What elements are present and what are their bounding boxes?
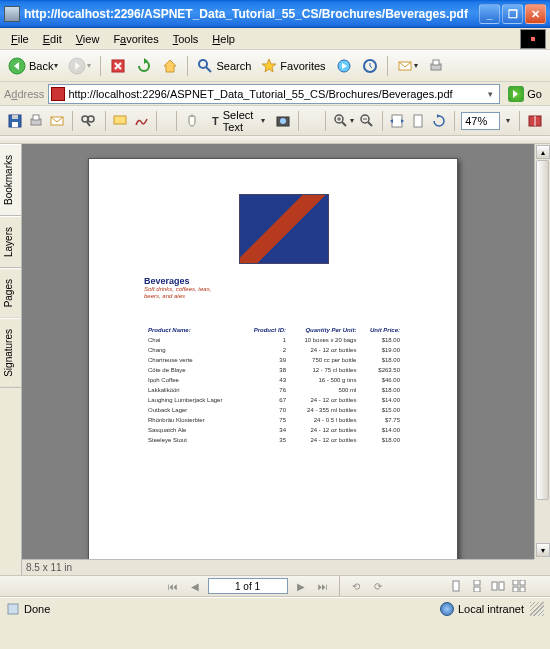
scrollbar-vertical[interactable]: ▴ ▾ bbox=[534, 144, 550, 559]
ebook-button[interactable] bbox=[526, 109, 544, 133]
pdf-search-button[interactable] bbox=[79, 109, 99, 133]
tab-pages[interactable]: Pages bbox=[0, 268, 21, 318]
fit-width-button[interactable] bbox=[388, 109, 406, 133]
address-input[interactable] bbox=[68, 88, 483, 100]
svg-rect-44 bbox=[8, 604, 18, 614]
scrollbar-horizontal[interactable]: 8.5 x 11 in bbox=[22, 559, 534, 575]
svg-rect-32 bbox=[414, 115, 422, 127]
mail-button[interactable]: ▾ bbox=[393, 55, 422, 77]
pdf-sign-button[interactable] bbox=[132, 109, 150, 133]
scroll-up-icon[interactable]: ▴ bbox=[536, 145, 550, 159]
minimize-button[interactable]: _ bbox=[479, 4, 500, 24]
svg-point-23 bbox=[280, 118, 286, 124]
favorites-button[interactable]: Favorites bbox=[257, 55, 329, 77]
svg-line-29 bbox=[368, 122, 372, 126]
home-button[interactable] bbox=[158, 55, 182, 77]
facing-button[interactable] bbox=[489, 578, 507, 594]
text-select-button[interactable]: T Select Text ▾ bbox=[204, 109, 271, 133]
col-header: Product Name: bbox=[146, 326, 242, 334]
zoom-field[interactable]: 47% bbox=[461, 112, 499, 130]
snapshot-tool-button[interactable] bbox=[274, 109, 292, 133]
chevron-down-icon[interactable]: ▾ bbox=[483, 89, 497, 99]
back-dropdown-icon[interactable]: ▾ bbox=[54, 61, 58, 70]
go-icon bbox=[508, 86, 524, 102]
menu-favorites[interactable]: Favorites bbox=[106, 31, 165, 47]
menu-edit[interactable]: Edit bbox=[36, 31, 69, 47]
next-page-button[interactable]: ▶ bbox=[292, 578, 310, 594]
svg-rect-14 bbox=[33, 115, 39, 120]
menu-tools[interactable]: Tools bbox=[166, 31, 206, 47]
continuous-facing-button[interactable] bbox=[510, 578, 528, 594]
address-box[interactable]: ▾ bbox=[48, 84, 500, 104]
status-bar: Done Local intranet bbox=[0, 597, 550, 619]
forward-view-button[interactable]: ⟳ bbox=[369, 578, 387, 594]
last-page-button[interactable]: ⏭ bbox=[314, 578, 332, 594]
table-row: Chartreuse verte39750 cc per bottle$18.0… bbox=[146, 356, 402, 364]
stop-button[interactable] bbox=[106, 55, 130, 77]
products-table: Product Name:Product ID:Quantity Per Uni… bbox=[144, 324, 404, 446]
pdf-save-button[interactable] bbox=[6, 109, 24, 133]
restore-button[interactable]: ❐ bbox=[502, 4, 523, 24]
search-button[interactable]: Search bbox=[193, 55, 255, 77]
svg-line-25 bbox=[342, 122, 346, 126]
hand-tool-button[interactable] bbox=[183, 109, 201, 133]
tab-layers[interactable]: Layers bbox=[0, 216, 21, 268]
status-text: Done bbox=[24, 603, 50, 615]
scroll-down-icon[interactable]: ▾ bbox=[536, 543, 550, 557]
media-button[interactable] bbox=[332, 55, 356, 77]
zoom-out-button[interactable] bbox=[358, 109, 376, 133]
fit-page-button[interactable] bbox=[409, 109, 427, 133]
app-icon bbox=[4, 6, 20, 22]
svg-rect-36 bbox=[474, 580, 480, 585]
table-row: Chai110 boxes x 20 bags$18.00 bbox=[146, 336, 402, 344]
prev-page-button[interactable]: ◀ bbox=[186, 578, 204, 594]
done-icon bbox=[6, 602, 20, 616]
menu-bar: File Edit View Favorites Tools Help bbox=[0, 28, 550, 50]
beverages-image bbox=[239, 194, 329, 264]
pdf-review-button[interactable] bbox=[111, 109, 129, 133]
menu-file[interactable]: File bbox=[4, 31, 36, 47]
rotate-button[interactable] bbox=[430, 109, 448, 133]
col-header: Unit Price: bbox=[360, 326, 402, 334]
refresh-button[interactable] bbox=[132, 55, 156, 77]
table-row: Côte de Blaye3812 - 75 cl bottles$263.50 bbox=[146, 366, 402, 374]
pdf-email-button[interactable] bbox=[48, 109, 66, 133]
tab-signatures[interactable]: Signatures bbox=[0, 318, 21, 388]
window-titlebar: http://localhost:2296/ASPNET_Data_Tutori… bbox=[0, 0, 550, 28]
zoom-value: 47% bbox=[465, 115, 487, 127]
scroll-corner bbox=[534, 559, 550, 575]
page-canvas[interactable]: Beverages Soft drinks, coffees, teas, be… bbox=[22, 144, 550, 575]
menu-view[interactable]: View bbox=[69, 31, 107, 47]
svg-rect-42 bbox=[513, 587, 518, 592]
forward-button[interactable]: ▾ bbox=[64, 55, 95, 77]
close-button[interactable]: ✕ bbox=[525, 4, 546, 24]
zoom-dropdown[interactable]: ▾ bbox=[503, 109, 514, 133]
svg-rect-9 bbox=[433, 60, 439, 65]
pdf-toolbar-spacer bbox=[0, 136, 550, 144]
back-button[interactable]: Back ▾ bbox=[4, 55, 62, 77]
address-label: Address bbox=[4, 88, 44, 100]
table-row: Outback Lager7024 - 355 ml bottles$15.00 bbox=[146, 406, 402, 414]
print-button[interactable] bbox=[424, 55, 448, 77]
page-indicator[interactable]: 1 of 1 bbox=[208, 578, 288, 594]
svg-line-18 bbox=[87, 122, 90, 126]
window-title: http://localhost:2296/ASPNET_Data_Tutori… bbox=[24, 7, 479, 21]
pdf-print-button[interactable] bbox=[27, 109, 45, 133]
menu-help[interactable]: Help bbox=[205, 31, 242, 47]
table-row: Laughing Lumberjack Lager6724 - 12 oz bo… bbox=[146, 396, 402, 404]
svg-text:T: T bbox=[212, 115, 219, 127]
table-row: Steeleye Stout3524 - 12 oz bottles$18.00 bbox=[146, 436, 402, 444]
go-button[interactable]: Go bbox=[504, 83, 546, 105]
svg-point-3 bbox=[199, 60, 207, 68]
resize-grip[interactable] bbox=[530, 602, 544, 616]
single-page-button[interactable] bbox=[447, 578, 465, 594]
first-page-button[interactable]: ⏮ bbox=[164, 578, 182, 594]
table-row: Rhönbräu Klosterbier7524 - 0.5 l bottles… bbox=[146, 416, 402, 424]
scroll-thumb[interactable] bbox=[536, 160, 549, 500]
back-view-button[interactable]: ⟲ bbox=[347, 578, 365, 594]
continuous-button[interactable] bbox=[468, 578, 486, 594]
tab-bookmarks[interactable]: Bookmarks bbox=[0, 144, 21, 216]
history-button[interactable] bbox=[358, 55, 382, 77]
zoom-in-button[interactable]: ▾ bbox=[332, 109, 355, 133]
address-bar: Address ▾ Go bbox=[0, 82, 550, 106]
